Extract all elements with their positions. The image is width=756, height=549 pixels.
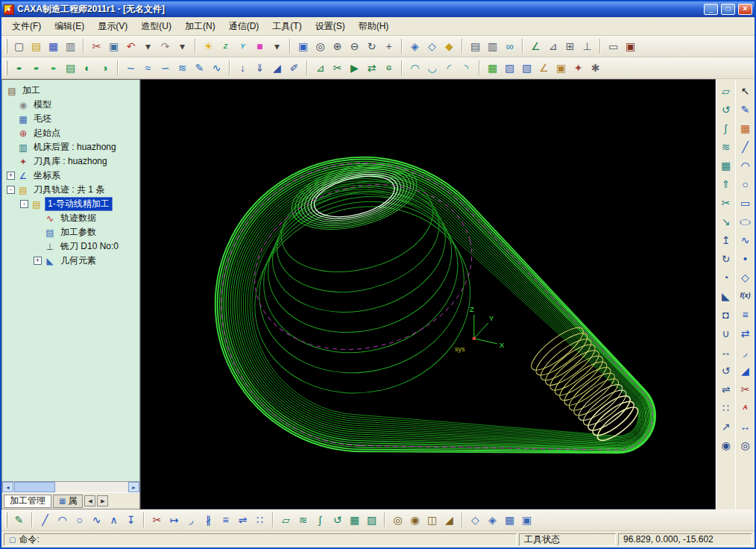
menu-item-7[interactable]: 工具(T) bbox=[266, 18, 307, 35]
edit-fillet-button[interactable]: ◞ bbox=[183, 512, 200, 529]
rough-pocket-button[interactable]: ● bbox=[45, 60, 62, 77]
surface-revolve-button[interactable]: ↺ bbox=[717, 100, 735, 119]
edit-array-button[interactable]: ∷ bbox=[251, 512, 268, 529]
tree-item[interactable]: +∠坐标系 bbox=[2, 169, 139, 183]
finish-contour-button[interactable]: ≈ bbox=[139, 60, 157, 77]
offset-curve-button[interactable]: ≡ bbox=[737, 305, 755, 324]
trajectory-generate-button[interactable]: ⊿ bbox=[312, 60, 329, 77]
tree-item[interactable]: +◣几何元素 bbox=[2, 254, 139, 268]
edit-mirror-button[interactable]: ⇌ bbox=[234, 512, 251, 529]
surf-mesh-button[interactable]: ▦ bbox=[346, 512, 363, 529]
spline-button[interactable]: ∿ bbox=[737, 230, 755, 249]
tab-machining-manager[interactable]: 加工管理 bbox=[4, 495, 51, 508]
mirror-curve-button[interactable]: ⇄ bbox=[737, 324, 755, 342]
surface-trim-button[interactable]: ✂ bbox=[717, 193, 735, 212]
grid-snap-button[interactable]: ⊞ bbox=[561, 38, 579, 55]
tree-item[interactable]: -▤1-导动线精加工 bbox=[2, 197, 139, 211]
surf-revolve-button[interactable]: ↺ bbox=[329, 512, 346, 529]
transform-array-button[interactable]: ∷ bbox=[717, 398, 735, 417]
hatch-region-button[interactable]: ▧ bbox=[518, 60, 535, 77]
sketch-button[interactable]: ✎ bbox=[737, 100, 755, 119]
surface-corner-1-button[interactable]: ◜ bbox=[441, 60, 458, 77]
tree-item[interactable]: ▦毛坯 bbox=[2, 112, 139, 126]
zoom-out-button[interactable]: ⊖ bbox=[346, 38, 363, 55]
command-prompt[interactable]: ▢ 命令: bbox=[4, 533, 517, 546]
solid-fillet-button[interactable]: ◔ bbox=[717, 268, 735, 286]
line-button[interactable]: ╱ bbox=[737, 137, 755, 156]
coordinate-system-button[interactable]: ∠ bbox=[527, 38, 544, 55]
view-zoom-select-button[interactable]: ◉ bbox=[717, 436, 735, 454]
surface-cut-lower-button[interactable]: ◡ bbox=[423, 60, 441, 77]
style-palette-button[interactable]: ▦ bbox=[737, 119, 755, 137]
text-tool-button[interactable]: A bbox=[737, 398, 755, 417]
curve-circle-button[interactable]: ○ bbox=[71, 512, 88, 529]
menu-item-4[interactable]: 造型(U) bbox=[135, 18, 177, 35]
wireframe-mode-button[interactable]: Z bbox=[217, 38, 234, 55]
dimension-button[interactable]: ⊿ bbox=[544, 38, 561, 55]
zoom-all-button[interactable]: ◎ bbox=[312, 38, 329, 55]
surface-ruled-button[interactable]: ▱ bbox=[717, 81, 735, 100]
surface-loft-button[interactable]: ≋ bbox=[717, 137, 735, 156]
edit-trim-button[interactable]: ✂ bbox=[148, 512, 166, 529]
curve-spline-button[interactable]: ∿ bbox=[88, 512, 105, 529]
trajectory-edit-button[interactable]: ✂ bbox=[329, 60, 346, 77]
menu-item-1[interactable]: 文件(F) bbox=[6, 18, 47, 35]
chamfer-mill-button[interactable]: ◢ bbox=[268, 60, 286, 77]
engrave-curve-button[interactable]: ✐ bbox=[286, 60, 303, 77]
surface-offset-button[interactable]: ⇑ bbox=[717, 175, 735, 193]
redo-options-button[interactable]: ▾ bbox=[174, 38, 191, 55]
surf-ruled-button[interactable]: ▱ bbox=[277, 512, 294, 529]
scrollbar-track[interactable] bbox=[13, 482, 128, 492]
surface-sweep-button[interactable]: ∫ bbox=[717, 119, 735, 137]
surface-mesh-button[interactable]: ▦ bbox=[717, 156, 735, 175]
scroll-left-arrow[interactable]: ◄ bbox=[2, 482, 13, 492]
polygon-button[interactable]: ◇ bbox=[737, 268, 755, 286]
show-entity-button[interactable]: ◈ bbox=[406, 38, 423, 55]
edit-extend-button[interactable]: ↦ bbox=[166, 512, 183, 529]
link-views-button[interactable]: ∞ bbox=[501, 38, 518, 55]
undo-options-button[interactable]: ▾ bbox=[139, 38, 157, 55]
pan-view-button[interactable]: + bbox=[380, 38, 397, 55]
chamfer-curve-button[interactable]: ◢ bbox=[737, 361, 755, 380]
tree-item[interactable]: ▤加工参数 bbox=[2, 225, 139, 239]
rough-plane-button[interactable]: ● bbox=[10, 60, 28, 77]
measure-angle-button[interactable]: ∠ bbox=[535, 60, 552, 77]
solid-extrude-button[interactable]: ↥ bbox=[717, 230, 735, 249]
zoom-tool-button[interactable]: ◎ bbox=[737, 436, 755, 454]
curve-polyline-button[interactable]: ∧ bbox=[105, 512, 122, 529]
macro-record-button[interactable]: ▣ bbox=[552, 60, 570, 77]
tree-horizontal-scrollbar[interactable]: ◄ ► bbox=[2, 481, 139, 492]
tree-expand-toggle[interactable]: + bbox=[34, 257, 42, 265]
arc-button[interactable]: ◠ bbox=[737, 156, 755, 175]
rough-spiral-button[interactable]: ◑ bbox=[96, 60, 113, 77]
copy-button[interactable]: ▣ bbox=[105, 38, 122, 55]
current-color-button[interactable]: ■ bbox=[251, 38, 268, 55]
edit-break-button[interactable]: ∦ bbox=[200, 512, 217, 529]
surf-patch-button[interactable]: ▨ bbox=[363, 512, 380, 529]
menu-item-2[interactable]: 编辑(E) bbox=[48, 18, 90, 35]
grid-surface-button[interactable]: ▦ bbox=[484, 60, 501, 77]
scrollbar-thumb[interactable] bbox=[14, 482, 55, 492]
dimension-tool-button[interactable]: ↔ bbox=[737, 417, 755, 436]
transform-move-button[interactable]: ↔ bbox=[717, 342, 735, 361]
feature-draft-button[interactable]: ◢ bbox=[441, 512, 458, 529]
trim-curve-button[interactable]: ✂ bbox=[737, 380, 755, 398]
sketch-plane-button[interactable]: ▭ bbox=[605, 38, 622, 55]
solid-shell-button[interactable]: ◘ bbox=[717, 305, 735, 324]
ellipse-button[interactable]: ◯ bbox=[737, 212, 755, 230]
tree-item[interactable]: ⊕起始点 bbox=[2, 126, 139, 140]
rough-radial-button[interactable]: ◐ bbox=[79, 60, 96, 77]
thread-mill-button[interactable]: ⇓ bbox=[251, 60, 268, 77]
redo-button[interactable]: ↷ bbox=[157, 38, 174, 55]
scroll-right-arrow[interactable]: ► bbox=[128, 482, 139, 492]
feature-rib-button[interactable]: ◫ bbox=[423, 512, 441, 529]
display-filter-button[interactable]: Y bbox=[234, 38, 251, 55]
show-all-button[interactable]: ◆ bbox=[441, 38, 458, 55]
finish-pencil-button[interactable]: ✎ bbox=[191, 60, 208, 77]
menu-item-6[interactable]: 通信(D) bbox=[223, 18, 265, 35]
rectangle-button[interactable]: ▭ bbox=[737, 193, 755, 212]
zoom-in-button[interactable]: ⊕ bbox=[329, 38, 346, 55]
transform-mirror-button[interactable]: ⇌ bbox=[717, 380, 735, 398]
menu-item-5[interactable]: 加工(N) bbox=[179, 18, 221, 35]
undo-button[interactable]: ↶ bbox=[122, 38, 139, 55]
